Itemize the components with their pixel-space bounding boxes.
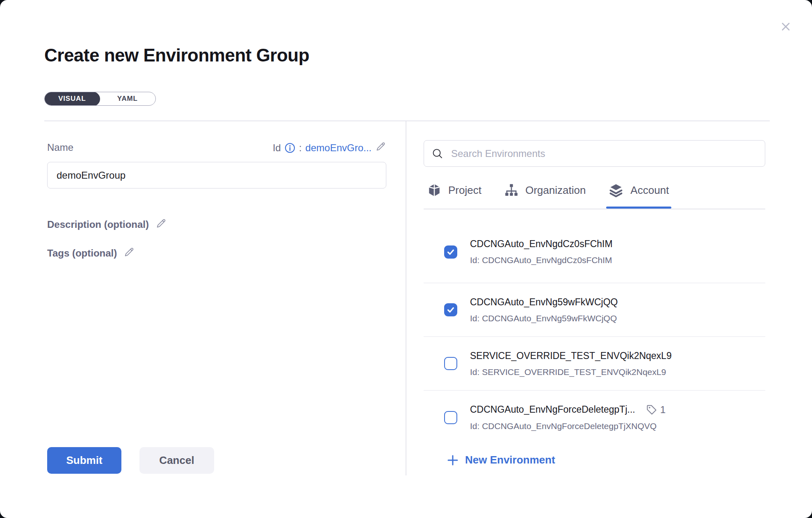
environment-checkbox[interactable] [444, 357, 457, 370]
edit-tags-pencil-icon[interactable] [123, 246, 135, 260]
header-divider [44, 120, 770, 121]
search-environments-box [424, 140, 765, 167]
cube-icon [427, 183, 441, 197]
tag-count: 1 [660, 404, 666, 416]
environment-id: Id: SERVICE_OVERRIDE_TEST_ENVQik2NqexL9 [470, 367, 672, 377]
environment-name[interactable]: SERVICE_OVERRIDE_TEST_ENVQik2NqexL9 [470, 350, 672, 361]
page-title: Create new Environment Group [44, 45, 309, 66]
create-environment-group-modal: Create new Environment Group VISUAL YAML… [0, 0, 812, 518]
new-environment-label: New Environment [465, 454, 555, 466]
tab-project-label: Project [448, 184, 481, 197]
submit-button[interactable]: Submit [47, 447, 121, 474]
cancel-button[interactable]: Cancel [139, 447, 214, 474]
tab-organization[interactable]: Organization [504, 180, 586, 200]
info-icon[interactable] [285, 143, 295, 153]
plus-icon [447, 454, 459, 466]
edit-description-pencil-icon[interactable] [155, 218, 167, 232]
environment-name[interactable]: CDCNGAuto_EnvNgForceDeletegpTj... [470, 404, 635, 415]
environment-name[interactable]: CDCNGAuto_EnvNg59wFkWCjQQ [470, 297, 618, 308]
tab-project[interactable]: Project [427, 180, 481, 200]
layers-icon [609, 183, 623, 198]
tab-organization-label: Organization [525, 184, 586, 197]
environment-row: CDCNGAuto_EnvNg59wFkWCjQQ Id: CDCNGAuto_… [424, 283, 765, 337]
id-separator: : [299, 142, 302, 154]
tab-account[interactable]: Account [609, 180, 669, 200]
tab-account-label: Account [630, 184, 669, 197]
environment-row: SERVICE_OVERRIDE_TEST_ENVQik2NqexL9 Id: … [424, 337, 765, 391]
environment-checkbox[interactable] [444, 245, 457, 259]
new-environment-button[interactable]: New Environment [447, 454, 555, 466]
visual-yaml-toggle: VISUAL YAML [44, 92, 156, 106]
environment-row: CDCNGAuto_EnvNgdCz0sFChIM Id: CDCNGAuto_… [424, 209, 765, 283]
tags-label: Tags (optional) [47, 248, 117, 259]
environment-checkbox[interactable] [444, 411, 457, 424]
search-icon [431, 148, 444, 160]
id-line: Id : demoEnvGro... [47, 141, 386, 154]
environment-name[interactable]: CDCNGAuto_EnvNgdCz0sFChIM [470, 239, 613, 250]
name-input[interactable] [47, 162, 386, 189]
column-divider [406, 121, 406, 475]
tag-badge: 1 [646, 404, 666, 416]
environment-id: Id: CDCNGAuto_EnvNgForceDeletegpTjXNQVQ [470, 421, 666, 431]
environment-row: CDCNGAuto_EnvNgForceDeletegpTj... 1 Id: … [424, 391, 765, 431]
org-tree-icon [504, 183, 518, 197]
edit-id-pencil-icon[interactable] [375, 141, 386, 154]
environment-checkbox[interactable] [444, 303, 457, 316]
description-label: Description (optional) [47, 219, 149, 230]
search-environments-input[interactable] [450, 148, 757, 160]
id-prefix: Id [273, 142, 281, 154]
id-value[interactable]: demoEnvGro... [306, 142, 372, 154]
toggle-yaml[interactable]: YAML [100, 92, 156, 105]
tags-label-row: Tags (optional) [47, 246, 135, 260]
environment-id: Id: CDCNGAuto_EnvNg59wFkWCjQQ [470, 314, 618, 323]
description-label-row: Description (optional) [47, 218, 167, 232]
close-icon[interactable] [778, 18, 794, 35]
tag-icon [646, 404, 657, 416]
environment-list: CDCNGAuto_EnvNgdCz0sFChIM Id: CDCNGAuto_… [424, 209, 765, 431]
toggle-visual[interactable]: VISUAL [44, 92, 100, 106]
environment-id: Id: CDCNGAuto_EnvNgdCz0sFChIM [470, 255, 613, 265]
scope-tabs: Project Organization Account [424, 180, 765, 209]
